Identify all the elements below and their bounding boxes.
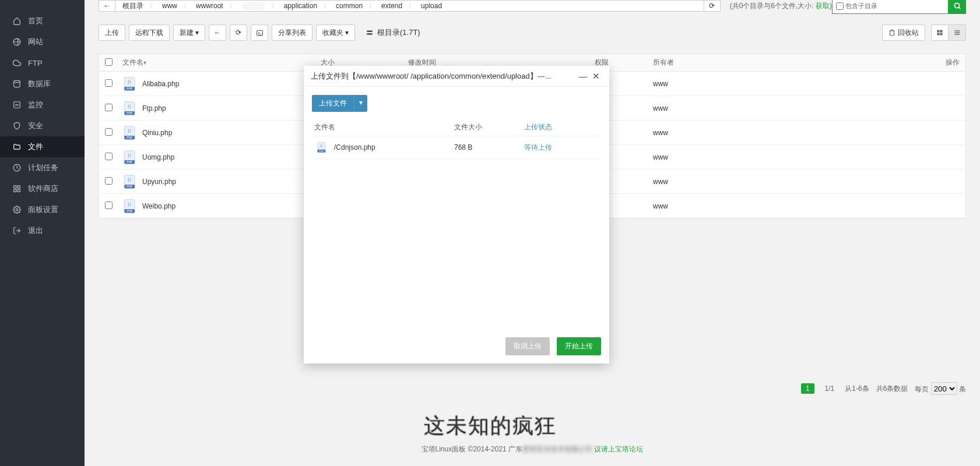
sidebar-label: 监控: [28, 100, 43, 110]
sidebar-item-cron[interactable]: 计划任务: [0, 157, 85, 178]
svg-rect-11: [937, 30, 940, 33]
sidebar-item-ftp[interactable]: FTP: [0, 52, 85, 73]
col-name-header[interactable]: 文件名: [122, 58, 321, 68]
crumb-seg[interactable]: common: [331, 2, 367, 10]
recycle-button[interactable]: 回收站: [882, 24, 925, 41]
chart-icon: [13, 101, 21, 109]
crumb-seg[interactable]: www: [157, 2, 182, 10]
reload-button[interactable]: ⟳: [230, 24, 247, 41]
view-grid-button[interactable]: [931, 24, 949, 41]
sidebar-item-security[interactable]: 安全: [0, 115, 85, 136]
share-button[interactable]: 分享列表: [272, 24, 312, 41]
home-icon: [13, 17, 21, 25]
php-file-icon: ⟨⟩PHP: [122, 125, 138, 140]
page-current[interactable]: 1: [801, 383, 814, 394]
upload-status: 等待上传: [524, 143, 599, 153]
file-name: Upyun.php: [142, 178, 176, 186]
svg-text:PHP: PHP: [127, 209, 132, 212]
new-button[interactable]: 新建▾: [173, 24, 205, 41]
col-owner-header: 所有者: [653, 58, 770, 68]
upload-file-name: /Cdnjson.php: [334, 143, 375, 151]
svg-text:⟨⟩: ⟨⟩: [128, 153, 131, 157]
fetch-size-link[interactable]: 获取): [816, 2, 832, 10]
php-file-icon: ⟨⟩PHP: [122, 101, 138, 116]
modal-footer: 取消上传 开始上传: [304, 331, 609, 363]
trash-icon: [888, 29, 895, 36]
crumb-seg[interactable]: extend: [377, 2, 407, 10]
page-total: 1/1: [821, 383, 838, 394]
row-checkbox[interactable]: [105, 104, 113, 111]
row-checkbox[interactable]: [105, 128, 113, 136]
crumb-seg[interactable]: upload: [416, 2, 447, 10]
row-checkbox[interactable]: [105, 153, 113, 160]
svg-text:PHP: PHP: [127, 185, 132, 188]
include-subdir-checkbox[interactable]: 包含子目录: [836, 2, 877, 10]
remote-download-button[interactable]: 远程下载: [129, 24, 170, 41]
row-checkbox[interactable]: [105, 202, 113, 209]
minimize-button[interactable]: —: [577, 71, 589, 81]
grid-icon: [13, 185, 21, 193]
disk-icon: [366, 29, 374, 37]
sidebar: 首页 网站 FTP 数据库 监控 安全 文件 计划任务 软件商店 面板设置 退出: [0, 0, 85, 466]
sidebar-label: 文件: [28, 142, 43, 152]
back-button[interactable]: ←: [99, 0, 115, 12]
crumb-seg[interactable]: application: [279, 2, 322, 10]
sidebar-item-database[interactable]: 数据库: [0, 73, 85, 94]
sidebar-item-home[interactable]: 首页: [0, 10, 85, 31]
search-button[interactable]: [949, 0, 966, 14]
sidebar-item-config[interactable]: 面板设置: [0, 199, 85, 220]
favorite-button[interactable]: 收藏夹▾: [316, 24, 355, 41]
page-range: 从1-6条: [845, 384, 869, 394]
svg-rect-7: [17, 189, 20, 192]
sidebar-item-monitor[interactable]: 监控: [0, 94, 85, 115]
php-file-icon: ⟨⟩PHP: [122, 150, 138, 165]
breadcrumb-row: ← 根目录〉 www〉 wwwroot〉 〉 application〉 comm…: [99, 0, 966, 12]
select-all-checkbox[interactable]: [105, 58, 113, 66]
sidebar-label: 网站: [28, 37, 43, 47]
php-file-icon: ⟨⟩PHP: [314, 140, 329, 155]
modal-body: 上传文件 ▾ 文件名 文件大小 上传状态 ⟨⟩PHP/Cdnjson.php 7…: [304, 87, 609, 331]
svg-point-9: [954, 3, 959, 8]
sidebar-item-file[interactable]: 文件: [0, 136, 85, 157]
start-upload-button[interactable]: 开始上传: [557, 337, 601, 355]
upload-modal: 上传文件到【/www/wwwroot/ /application/common/…: [304, 66, 609, 363]
footer-forum-link[interactable]: 议请上宝塔论坛: [594, 445, 643, 453]
view-toggle: [931, 24, 966, 41]
exit-icon: [13, 227, 21, 235]
upload-file-button[interactable]: 上传文件: [312, 95, 354, 112]
modal-header[interactable]: 上传文件到【/www/wwwroot/ /application/common/…: [304, 66, 609, 87]
crumb-seg[interactable]: wwwroot: [191, 2, 228, 10]
footer: 宝塔Linux面板 ©2014-2021 广东堡塔安全技术有限公司 议请上宝塔论…: [85, 444, 980, 454]
refresh-button[interactable]: ⟳: [704, 0, 721, 12]
upload-button[interactable]: 上传: [99, 24, 125, 41]
upload-dropdown-toggle[interactable]: ▾: [354, 95, 367, 112]
sidebar-item-soft[interactable]: 软件商店: [0, 178, 85, 199]
svg-text:⟨⟩: ⟨⟩: [128, 80, 131, 84]
crumb-seg-hidden[interactable]: [237, 2, 270, 10]
folder-icon: [13, 143, 21, 151]
modal-title: 上传文件到【/www/wwwroot/ /application/common/…: [311, 71, 577, 82]
sidebar-label: 软件商店: [28, 183, 58, 194]
disk-info[interactable]: 根目录(1.7T): [366, 27, 420, 38]
col-check[interactable]: [105, 58, 122, 68]
sidebar-item-site[interactable]: 网站: [0, 31, 85, 52]
terminal-button[interactable]: [251, 24, 268, 41]
sidebar-item-logout[interactable]: 退出: [0, 220, 85, 241]
close-button[interactable]: ✕: [589, 71, 602, 82]
sidebar-label: 安全: [28, 121, 43, 131]
svg-rect-4: [14, 186, 16, 188]
row-checkbox[interactable]: [105, 79, 113, 87]
crumb-seg[interactable]: 根目录: [118, 1, 148, 11]
backward-button[interactable]: ←: [209, 24, 226, 41]
row-checkbox[interactable]: [105, 177, 113, 185]
upload-row: ⟨⟩PHP/Cdnjson.php 768 B 等待上传: [312, 136, 601, 159]
per-page-select[interactable]: 200: [931, 382, 957, 395]
sidebar-label: 首页: [28, 16, 43, 26]
svg-text:PHP: PHP: [127, 111, 132, 114]
view-list-button[interactable]: [949, 24, 966, 41]
svg-rect-10: [257, 30, 262, 36]
watermark: 这未知的疯狂: [424, 412, 557, 440]
cancel-upload-button[interactable]: 取消上传: [505, 337, 550, 355]
svg-rect-5: [17, 186, 20, 188]
svg-text:⟨⟩: ⟨⟩: [128, 129, 131, 133]
